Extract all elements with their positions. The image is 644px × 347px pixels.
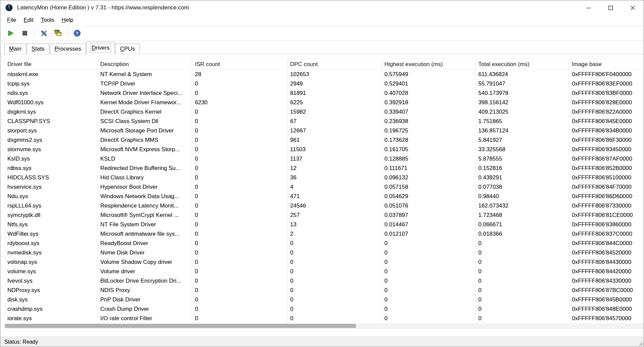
table-cell: 0.439291 bbox=[476, 173, 569, 182]
tab-processes[interactable]: Processes bbox=[50, 44, 86, 54]
table-row[interactable]: Ndu.sysWindows Network Data Usag...04710… bbox=[5, 192, 644, 201]
close-button[interactable] bbox=[622, 0, 644, 15]
table-cell: 0xFFFFF806'86D60000 bbox=[569, 192, 644, 201]
table-cell: 0 bbox=[382, 286, 476, 295]
table-cell: 0 bbox=[192, 135, 287, 145]
table-cell: 0.018366 bbox=[476, 229, 569, 239]
table-row[interactable]: nvmedisk.sysNvme Disk Driver00000xFFFFF8… bbox=[5, 248, 644, 257]
table-row[interactable]: Ntfs.sysNT File System Driver0130.014467… bbox=[5, 220, 644, 229]
start-monitor-button[interactable] bbox=[4, 27, 17, 39]
column-header-dpc-count[interactable]: DPC count bbox=[287, 59, 382, 69]
table-row[interactable]: tcpip.sysTCP/IP Driver029490.52940155.79… bbox=[5, 79, 644, 89]
table-cell: Redirected Drive Buffering Su... bbox=[98, 164, 192, 173]
table-row[interactable]: KsID.sysKSLD011370.1288855.8785550xFFFFF… bbox=[5, 154, 644, 164]
menu-edit[interactable]: Edit bbox=[20, 15, 37, 25]
table-row[interactable]: crashdmp.sysCrash Dump Driver00000xFFFFF… bbox=[5, 304, 644, 314]
analyze-tools-button[interactable] bbox=[38, 27, 50, 39]
table-cell: 0xFFFFF806'86F30000 bbox=[569, 135, 644, 145]
tab-main[interactable]: Main bbox=[4, 44, 26, 54]
column-header-isr-count[interactable]: ISR count bbox=[192, 59, 287, 69]
table-cell: 0.173628 bbox=[382, 135, 476, 145]
stop-monitor-button[interactable] bbox=[18, 27, 31, 39]
table-row[interactable]: rdyboost.sysReadyBoost Driver00000xFFFFF… bbox=[5, 239, 644, 248]
title-bar[interactable]: LatencyMon (Home Edition ) v 7.31 - http… bbox=[0, 0, 644, 15]
table-cell: 0.012107 bbox=[382, 229, 476, 239]
table-row[interactable]: Wdf01000.sysKernel Mode Driver Framewor.… bbox=[5, 98, 644, 107]
table-cell: 0xFFFFF806'84430000 bbox=[569, 257, 644, 267]
menu-help[interactable]: Help bbox=[58, 15, 77, 25]
table-row[interactable]: WdFilter.sysMicrosoft antimalware file s… bbox=[5, 229, 644, 239]
table-cell: Crash Dump Driver bbox=[98, 304, 192, 314]
menu-tools[interactable]: Tools bbox=[37, 15, 58, 25]
table-cell: 0xFFFFF806'83EF0000 bbox=[569, 79, 644, 89]
table-cell: 0 bbox=[192, 173, 287, 182]
spawn-window-button[interactable] bbox=[52, 27, 64, 39]
table-cell: 0xFFFFF806'84520000 bbox=[569, 248, 644, 257]
table-cell: 0xFFFFF806'84570000 bbox=[569, 314, 644, 323]
table-row[interactable]: HIDCLASS.SYSHid Class Library0360.096132… bbox=[5, 173, 644, 182]
table-row[interactable]: ndis.sysNetwork Driver Interface Speci..… bbox=[5, 89, 644, 98]
help-button[interactable]: ? bbox=[71, 27, 84, 39]
tab-stats[interactable]: Stats bbox=[27, 44, 49, 54]
table-cell: 11503 bbox=[287, 145, 382, 154]
table-row[interactable]: dxgmms2.sysDirectX Graphics MMS09610.173… bbox=[5, 135, 644, 145]
column-header-driver-file[interactable]: Driver file bbox=[5, 59, 98, 69]
table-cell: 0xFFFFF806'845E0000 bbox=[569, 117, 644, 126]
table-cell: rdbss.sys bbox=[5, 164, 98, 173]
table-row[interactable]: storport.sysMicrosoft Storage Port Drive… bbox=[5, 126, 644, 135]
table-row[interactable]: iorate.sysI/O rate control Filter00000xF… bbox=[5, 314, 644, 323]
window-controls bbox=[577, 0, 644, 15]
table-cell: BitLocker Drive Encryption Dri... bbox=[98, 276, 192, 286]
column-header-image-base[interactable]: Image base bbox=[569, 59, 644, 69]
tab-drivers[interactable]: Drivers bbox=[87, 42, 115, 54]
menu-file[interactable]: File bbox=[3, 15, 20, 25]
table-cell: 0.096132 bbox=[382, 173, 476, 182]
table-cell: Network Driver Interface Speci... bbox=[98, 89, 192, 98]
table-row[interactable]: fvevol.sysBitLocker Drive Encryption Dri… bbox=[5, 276, 644, 286]
table-row[interactable]: hvservice.sysHypervisor Boot Driver040.0… bbox=[5, 182, 644, 192]
table-row[interactable]: rdbss.sysRedirected Drive Buffering Su..… bbox=[5, 164, 644, 173]
status-text: Status: Ready bbox=[4, 339, 38, 345]
table-cell: NDIS Proxy bbox=[98, 286, 192, 295]
table-cell: WdFilter.sys bbox=[5, 229, 98, 239]
table-row[interactable]: stornvme.sysMicrosoft NVM Express Storp.… bbox=[5, 145, 644, 154]
drivers-table: Driver fileDescriptionISR countDPC count… bbox=[4, 59, 644, 329]
table-row[interactable]: CLASSPNP.SYSSCSI Class System Dll0670.23… bbox=[5, 117, 644, 126]
table-cell: 0xFFFFF806'87BC0000 bbox=[569, 286, 644, 295]
table-cell: 0.196725 bbox=[382, 126, 476, 135]
table-row[interactable]: symcryptk.dllMicrosoft® SymCrypt Kernel … bbox=[5, 211, 644, 220]
table-row[interactable]: dxgkrnl.sysDirectX Graphics Kernel015982… bbox=[5, 107, 644, 117]
resize-grip[interactable] bbox=[638, 341, 643, 346]
table-cell: 0 bbox=[382, 239, 476, 248]
table-cell: 0 bbox=[192, 126, 287, 135]
table-row[interactable]: volume.sysVolume driver00000xFFFFF806'84… bbox=[5, 267, 644, 276]
horizontal-scrollbar-thumb[interactable] bbox=[5, 324, 356, 328]
tab-label: CPUs bbox=[120, 46, 135, 52]
horizontal-scrollbar[interactable] bbox=[5, 323, 644, 329]
table-row[interactable]: volsnap.sysVolume Shadow Copy driver0000… bbox=[5, 257, 644, 267]
table-cell: 0xFFFFF806'84F70000 bbox=[569, 182, 644, 192]
table-row[interactable]: disk.sysPnP Disk Driver00000xFFFFF806'84… bbox=[5, 295, 644, 304]
table-cell: symcryptk.dll bbox=[5, 211, 98, 220]
table-cell: 0 bbox=[192, 229, 287, 239]
column-header-highest-execution-ms[interactable]: Highest execution (ms) bbox=[382, 59, 476, 69]
column-header-total-execution-ms[interactable]: Total execution (ms) bbox=[476, 59, 569, 69]
column-header-description[interactable]: Description bbox=[98, 59, 192, 69]
table-cell: rdyboost.sys bbox=[5, 239, 98, 248]
table-cell: 0 bbox=[476, 304, 569, 314]
maximize-button[interactable] bbox=[599, 0, 622, 15]
table-row[interactable]: NDProxy.sysNDIS Proxy00000xFFFFF806'87BC… bbox=[5, 286, 644, 295]
table-cell: 28 bbox=[192, 70, 287, 79]
table-cell: stornvme.sys bbox=[5, 145, 98, 154]
minimize-button[interactable] bbox=[577, 0, 599, 15]
table-cell: 0 bbox=[287, 257, 382, 267]
table-cell: 0xFFFFF806'845B0000 bbox=[569, 295, 644, 304]
table-cell: 0 bbox=[476, 286, 569, 295]
table-cell: Hid Class Library bbox=[98, 173, 192, 182]
table-row[interactable]: rspLLL64.sysResplendence Latency Monit..… bbox=[5, 201, 644, 211]
table-cell: 55.791047 bbox=[476, 79, 569, 89]
table-row[interactable]: ntoskrnl.exeNT Kernel & System281026530.… bbox=[5, 70, 644, 79]
table-cell: crashdmp.sys bbox=[5, 304, 98, 314]
tab-cpus[interactable]: CPUs bbox=[115, 44, 140, 54]
table-cell: 0 bbox=[192, 164, 287, 173]
